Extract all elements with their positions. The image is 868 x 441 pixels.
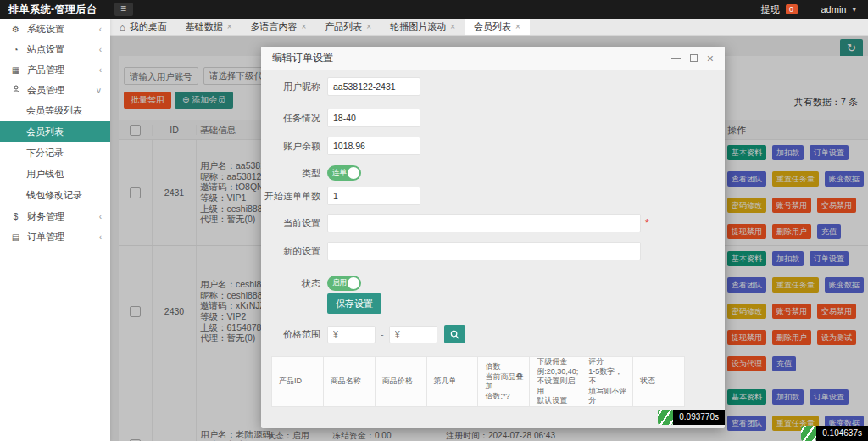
status-label: 状态 [261,277,320,290]
close-icon[interactable]: × [515,22,520,31]
framework-logo-icon [658,410,673,425]
field-price-range: 价格范围 - [261,325,465,343]
home-icon: ⌂ [120,22,125,32]
nickname-input[interactable] [327,77,420,96]
sidebar-item-order-management[interactable]: ▤ 订单管理 ‹ [0,226,110,247]
topbar: 排单系统-管理后台 ≡ 提现 0 admin ▾ [0,0,868,19]
sidebar-item-wallet-change-records[interactable]: 钱包修改记录 [0,185,110,206]
tab-bar: ⌂ 我的桌面 基础数据 × 多语言内容 × 产品列表 × 轮播图片滚动 × 会员… [110,19,868,36]
price-range-separator: - [381,329,384,339]
sidebar-item-system-settings[interactable]: ⚙ 系统设置 ‹ [0,19,110,39]
col-multiplier: 倍数 当前商品叠加 倍数:*? [478,357,530,406]
field-balance: 账户余额 [261,137,420,155]
close-icon[interactable]: × [707,54,714,63]
site-icon: ◔ [10,45,21,54]
chevron-left-icon: ‹ [99,232,102,242]
close-icon[interactable]: × [366,22,371,31]
sidebar-item-product-management[interactable]: ▦ 产品管理 ‹ [0,59,110,80]
close-icon[interactable]: × [450,22,455,31]
product-settings-table: 产品ID 商品名称 商品价格 第几单 倍数 当前商品叠加 倍数:*? 下级佣金 … [271,356,685,407]
gear-icon: ⚙ [10,25,21,34]
hamburger-menu-icon[interactable]: ≡ [114,3,133,16]
user-menu[interactable]: admin [821,4,847,14]
framework-logo-icon [801,426,816,441]
sidebar-item-member-management[interactable]: 会员管理 ∨ [0,80,110,100]
sidebar-item-member-list[interactable]: 会员列表 [0,121,110,142]
start-count-label: 开始连单单数 [261,190,320,203]
balance-label: 账户余额 [261,140,320,153]
col-status: 状态 [633,357,684,406]
chevron-left-icon: ‹ [99,65,102,75]
type-label: 类型 [261,167,320,180]
col-sub-commission: 下级佣金 例:20,30,40; 不设置则启用 默认设置 [530,357,581,406]
sidebar-item-member-level-list[interactable]: 会员等级列表 [0,100,110,121]
modal-title: 编辑订单设置 [272,51,333,65]
maximize-icon[interactable] [690,54,698,62]
withdraw-link[interactable]: 提现 [761,3,780,16]
start-count-input[interactable] [327,187,420,205]
sidebar: ⚙ 系统设置 ‹ ◔ 站点设置 ‹ ▦ 产品管理 ‹ 会员管理 ∨ 会员等级列表… [0,19,110,441]
chevron-left-icon: ‹ [99,45,102,54]
col-product-id: 产品ID [272,357,324,406]
chevron-down-icon: ▾ [852,5,856,14]
chevron-left-icon: ‹ [99,212,102,221]
nickname-label: 用户昵称 [261,81,320,93]
price-max-input[interactable] [389,326,437,343]
tab-carousel[interactable]: 轮播图片滚动 × [381,19,465,35]
task-label: 任务情况 [261,112,320,125]
required-asterisk: * [645,217,649,229]
close-icon[interactable]: × [227,22,232,31]
field-nickname: 用户昵称 [261,77,420,96]
product-icon: ▦ [10,65,21,75]
edit-order-settings-modal: 编辑订单设置 × 用户昵称 任务情况 账户余额 类型 连单 开始 [261,47,725,428]
type-toggle[interactable]: 连单 [327,165,361,181]
tab-basic-data[interactable]: 基础数据 × [176,19,242,35]
close-icon[interactable]: × [302,22,307,31]
sidebar-item-user-wallet[interactable]: 用户钱包 [0,164,110,185]
tab-multilanguage[interactable]: 多语言内容 × [242,19,316,35]
app-title: 排单系统-管理后台 [0,3,106,17]
col-rating: 评分 1-5数字，不 填写则不评分 [581,357,633,406]
field-status: 状态 启用 [261,274,361,293]
minimize-icon[interactable] [671,58,681,59]
toggle-knob [348,277,359,289]
chevron-left-icon: ‹ [99,25,102,34]
sidebar-item-downscore-records[interactable]: 下分记录 [0,142,110,164]
modal-body: 用户昵称 任务情况 账户余额 类型 连单 开始连单单数 当前设置 * [261,70,725,427]
tab-member-list[interactable]: 会员列表 × [465,19,530,35]
search-icon [450,330,459,339]
order-icon: ▤ [10,232,21,242]
new-setting-label: 新的设置 [261,245,320,258]
field-current-setting: 当前设置 * [261,214,649,232]
price-search-button[interactable] [444,325,465,343]
status-toggle[interactable]: 启用 [327,276,361,291]
page-load-time-badge: 0.104637s [801,426,868,441]
modal-load-time-badge: 0.093770s [658,410,725,425]
price-range-label: 价格范围 [261,328,320,341]
new-setting-input[interactable] [327,242,641,260]
modal-header: 编辑订单设置 × [261,47,725,70]
current-setting-input[interactable] [327,214,641,232]
task-input[interactable] [327,109,420,127]
balance-input[interactable] [327,137,420,155]
sidebar-item-site-settings[interactable]: ◔ 站点设置 ‹ [0,39,110,59]
member-icon [10,85,21,95]
dollar-icon: $ [10,212,21,221]
col-product-price: 商品价格 [376,357,427,406]
field-type: 类型 连单 [261,164,361,182]
field-task: 任务情况 [261,109,420,127]
sidebar-item-finance-management[interactable]: $ 财务管理 ‹ [0,206,110,226]
price-min-input[interactable] [327,326,376,343]
field-start-count: 开始连单单数 [261,187,420,205]
tab-product-list[interactable]: 产品列表 × [315,19,381,35]
field-new-setting: 新的设置 [261,242,641,260]
chevron-down-icon: ∨ [96,86,102,95]
tab-desktop[interactable]: ⌂ 我的桌面 [110,19,176,35]
current-setting-label: 当前设置 [261,217,320,230]
col-product-name: 商品名称 [324,357,376,406]
save-settings-button[interactable]: 保存设置 [327,293,381,314]
withdraw-count-badge[interactable]: 0 [786,4,798,14]
toggle-knob [348,167,359,179]
col-order-number: 第几单 [427,357,479,406]
